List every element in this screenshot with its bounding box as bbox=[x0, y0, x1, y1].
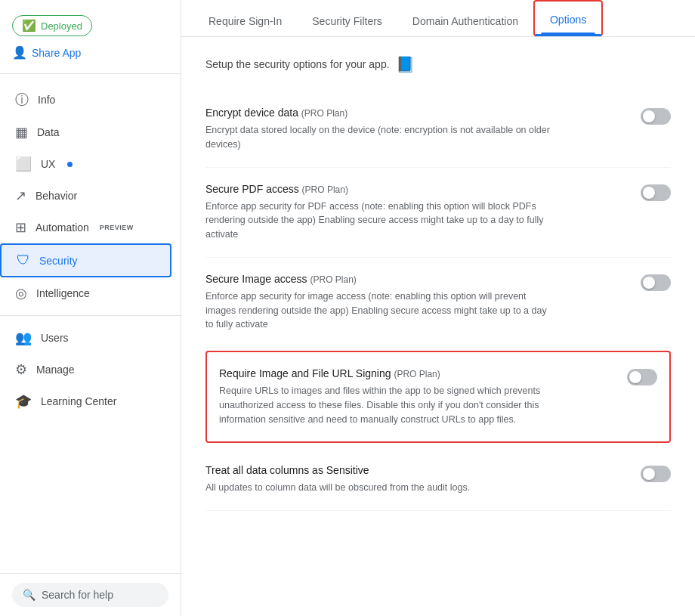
data-icon: ▦ bbox=[15, 124, 28, 141]
option-url-signing: Require Image and File URL Signing (PRO … bbox=[205, 351, 671, 443]
share-app-label: Share App bbox=[32, 47, 81, 59]
tab-label: Require Sign-In bbox=[208, 15, 282, 27]
option-title: Require Image and File URL Signing (PRO … bbox=[219, 367, 567, 379]
deployed-check-icon: ✅ bbox=[22, 19, 36, 33]
option-title: Secure PDF access (PRO Plan) bbox=[205, 183, 553, 195]
option-desc: All updates to column data will be obscu… bbox=[205, 481, 553, 495]
option-text: Secure PDF access (PRO Plan) Enforce app… bbox=[205, 183, 553, 242]
sidebar-item-label: Info bbox=[38, 94, 55, 106]
plan-badge: (PRO Plan) bbox=[302, 184, 348, 195]
sidebar-item-label: Security bbox=[39, 255, 78, 267]
setup-description: Setup the security options for your app.… bbox=[205, 55, 671, 73]
content-area: Setup the security options for your app.… bbox=[181, 37, 695, 616]
sidebar-item-label: Data bbox=[37, 126, 60, 138]
tab-options[interactable]: Options bbox=[533, 0, 603, 36]
intelligence-icon: ◎ bbox=[15, 285, 27, 302]
plan-badge: (PRO Plan) bbox=[301, 108, 348, 119]
tab-domain-authentication[interactable]: Domain Authentication bbox=[397, 3, 533, 36]
sidebar-item-label: Intelligence bbox=[36, 287, 90, 299]
tab-label: Options bbox=[550, 14, 586, 26]
sidebar-item-users[interactable]: 👥 Users bbox=[0, 322, 171, 354]
toggle-secure-pdf[interactable] bbox=[641, 184, 671, 201]
option-secure-image: Secure Image access (PRO Plan) Enforce a… bbox=[205, 258, 671, 348]
option-treat-sensitive: Treat all data columns as Sensitive All … bbox=[205, 449, 671, 511]
option-encrypt-device: Encrypt device data (PRO Plan) Encrypt d… bbox=[205, 91, 671, 168]
toggle-thumb bbox=[643, 277, 655, 289]
sidebar-item-label: Automation bbox=[36, 221, 89, 234]
manage-icon: ⚙ bbox=[15, 361, 27, 378]
ux-icon: ⬜ bbox=[15, 156, 32, 172]
option-desc: Require URLs to images and files within … bbox=[219, 384, 567, 426]
tab-security-filters[interactable]: Security Filters bbox=[297, 3, 397, 36]
option-text: Require Image and File URL Signing (PRO … bbox=[219, 367, 567, 426]
option-title: Encrypt device data (PRO Plan) bbox=[205, 107, 553, 119]
sidebar-item-label: Learning Center bbox=[41, 395, 116, 407]
sidebar-item-label: Users bbox=[41, 332, 69, 344]
tab-underline bbox=[541, 33, 595, 35]
sidebar-nav: ⓘ Info ▦ Data ⬜ UX ↗ Behavior ⊞ Automati… bbox=[0, 80, 181, 573]
share-icon: 👤 bbox=[12, 45, 27, 60]
sidebar-item-data[interactable]: ▦ Data bbox=[0, 116, 171, 148]
sidebar: ✅ Deployed 👤 Share App ⓘ Info ▦ Data ⬜ U… bbox=[0, 0, 181, 616]
toggle-thumb bbox=[643, 110, 655, 122]
option-desc: Enforce app security for image access (n… bbox=[205, 289, 553, 332]
setup-text-label: Setup the security options for your app. bbox=[205, 58, 390, 70]
toggle-thumb bbox=[643, 187, 655, 199]
toggle-treat-sensitive[interactable] bbox=[641, 466, 671, 482]
learning-icon: 🎓 bbox=[15, 393, 32, 410]
option-desc: Encrypt data stored locally on the devic… bbox=[205, 123, 553, 152]
preview-badge: PREVIEW bbox=[100, 224, 134, 231]
option-text: Encrypt device data (PRO Plan) Encrypt d… bbox=[205, 107, 553, 152]
automation-icon: ⊞ bbox=[15, 219, 26, 236]
sidebar-item-info[interactable]: ⓘ Info bbox=[0, 83, 171, 116]
sidebar-item-manage[interactable]: ⚙ Manage bbox=[0, 354, 171, 385]
users-icon: 👥 bbox=[15, 330, 32, 346]
toggle-url-signing[interactable] bbox=[627, 369, 657, 385]
sidebar-item-intelligence[interactable]: ◎ Intelligence bbox=[0, 277, 171, 309]
sidebar-item-label: Manage bbox=[36, 364, 75, 376]
sidebar-item-automation[interactable]: ⊞ Automation PREVIEW bbox=[0, 212, 171, 243]
option-secure-pdf: Secure PDF access (PRO Plan) Enforce app… bbox=[205, 168, 671, 258]
toggle-secure-image[interactable] bbox=[641, 274, 671, 291]
main-content: Require Sign-In Security Filters Domain … bbox=[181, 0, 695, 616]
ux-dot-badge bbox=[67, 162, 73, 167]
sidebar-bottom: 🔍 Search for help bbox=[0, 573, 181, 616]
sidebar-item-learning[interactable]: 🎓 Learning Center bbox=[0, 385, 171, 417]
plan-badge: (PRO Plan) bbox=[394, 369, 440, 379]
sidebar-item-label: UX bbox=[41, 158, 55, 170]
share-app-button[interactable]: 👤 Share App bbox=[12, 44, 81, 61]
plan-badge: (PRO Plan) bbox=[310, 274, 357, 285]
search-help-label: Search for help bbox=[42, 589, 113, 601]
security-icon: 🛡 bbox=[17, 252, 30, 268]
tab-label: Domain Authentication bbox=[412, 15, 518, 27]
sidebar-item-behavior[interactable]: ↗ Behavior bbox=[0, 180, 171, 212]
option-title: Treat all data columns as Sensitive bbox=[205, 464, 553, 476]
sidebar-divider bbox=[0, 315, 181, 316]
info-icon: ⓘ bbox=[15, 91, 29, 109]
search-icon: 🔍 bbox=[23, 589, 36, 601]
option-text: Treat all data columns as Sensitive All … bbox=[205, 464, 553, 495]
behavior-icon: ↗ bbox=[15, 187, 26, 204]
tab-require-sign-in[interactable]: Require Sign-In bbox=[193, 3, 297, 36]
tabs-bar: Require Sign-In Security Filters Domain … bbox=[181, 0, 695, 37]
search-help[interactable]: 🔍 Search for help bbox=[12, 583, 168, 607]
book-icon: 📘 bbox=[396, 55, 415, 73]
sidebar-item-security[interactable]: 🛡 Security bbox=[0, 243, 171, 277]
option-desc: Enforce app security for PDF access (not… bbox=[205, 200, 553, 242]
option-title: Secure Image access (PRO Plan) bbox=[205, 273, 553, 285]
toggle-thumb bbox=[629, 371, 641, 383]
sidebar-item-label: Behavior bbox=[36, 190, 77, 202]
option-text: Secure Image access (PRO Plan) Enforce a… bbox=[205, 273, 553, 332]
sidebar-item-ux[interactable]: ⬜ UX bbox=[0, 148, 171, 180]
sidebar-top: ✅ Deployed 👤 Share App bbox=[0, 9, 181, 74]
deployed-badge[interactable]: ✅ Deployed bbox=[12, 15, 92, 36]
toggle-encrypt-device[interactable] bbox=[641, 108, 671, 125]
tab-label: Security Filters bbox=[312, 15, 382, 27]
deployed-label: Deployed bbox=[41, 20, 82, 32]
